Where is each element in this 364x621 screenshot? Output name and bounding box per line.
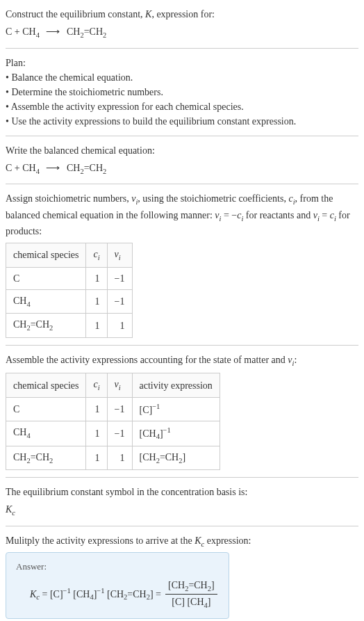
cell-activity: [CH2=CH2] (132, 446, 220, 470)
activity-title: Assemble the activity expressions accoun… (6, 355, 297, 365)
product-ethylene: CH2=CH2 (67, 26, 106, 37)
col-species: chemical species (6, 243, 86, 268)
cell-species: CH2=CH2 (6, 314, 86, 338)
plan-item: Balance the chemical equation. (6, 70, 358, 85)
balanced-equation: C + CH4 ⟶ CH2=CH2 (6, 161, 358, 177)
cell-activity: [C]−1 (132, 397, 220, 421)
kc-expression: Kc = [C]−1 [CH4]−1 [CH2=CH2] = [CH2=CH2]… (16, 578, 219, 611)
stoich-section: Assign stoichiometric numbers, νi, using… (6, 191, 358, 338)
divider (6, 136, 358, 136)
stoich-text: Assign stoichiometric numbers, νi, using… (6, 193, 350, 236)
plan-item: Determine the stoichiometric numbers. (6, 85, 358, 99)
answer-box: Answer: Kc = [C]−1 [CH4]−1 [CH2=CH2] = [… (6, 552, 229, 619)
eq-const-text: The equilibrium constant symbol in the c… (6, 485, 358, 499)
table-row: C 1 −1 (6, 267, 133, 289)
cell-ci: 1 (86, 289, 107, 314)
reactant-c: C (6, 26, 12, 37)
divider (6, 48, 358, 49)
divider (6, 184, 358, 184)
cell-species: CH2=CH2 (6, 446, 86, 470)
cell-nui: 1 (107, 314, 132, 338)
multiply-section: Mulitply the activity expressions to arr… (6, 533, 358, 619)
cell-ci: 1 (86, 397, 107, 421)
reaction-equation: C + CH4 ⟶ CH2=CH2 (6, 24, 358, 41)
col-species: chemical species (6, 373, 86, 398)
cell-ci: 1 (86, 314, 107, 338)
cell-nui: 1 (107, 446, 132, 470)
table-header-row: chemical species ci νi (6, 243, 133, 268)
plan-item: Assemble the activity expression for eac… (6, 99, 358, 114)
cell-species: CH4 (6, 421, 86, 446)
k-symbol: K (145, 9, 151, 19)
cell-nui: −1 (107, 267, 132, 289)
table-row: CH2=CH2 1 1 [CH2=CH2] (6, 446, 220, 470)
col-nui: νi (107, 243, 132, 268)
cell-species: CH4 (6, 289, 86, 314)
col-ci: ci (86, 373, 107, 398)
plan-title: Plan: (6, 56, 358, 70)
divider (6, 526, 358, 526)
cell-species: C (6, 267, 86, 289)
balanced-section: Write the balanced chemical equation: C … (6, 143, 358, 177)
col-activity: activity expression (132, 373, 220, 398)
table-row: C 1 −1 [C]−1 (6, 397, 220, 421)
cell-nui: −1 (107, 289, 132, 314)
activity-table: chemical species ci νi activity expressi… (6, 373, 220, 470)
plan-item: Use the activity expressions to build th… (6, 114, 358, 129)
plus: + (12, 26, 22, 37)
reaction-arrow: ⟶ (46, 26, 60, 37)
table-row: CH4 1 −1 (6, 289, 133, 314)
divider (6, 477, 358, 478)
table-row: CH2=CH2 1 1 (6, 314, 133, 338)
table-row: CH4 1 −1 [CH4]−1 (6, 421, 220, 446)
denominator: [C] [CH4] (165, 595, 217, 611)
stoich-table: chemical species ci νi C 1 −1 CH4 1 −1 C… (6, 243, 133, 338)
cell-ci: 1 (86, 421, 107, 446)
cell-ci: 1 (86, 446, 107, 470)
intro-text-end: , expression for: (151, 9, 215, 19)
cell-ci: 1 (86, 267, 107, 289)
kc-symbol: Kc (6, 502, 358, 519)
fraction: [CH2=CH2] [C] [CH4] (165, 578, 217, 611)
activity-section: Assemble the activity expressions accoun… (6, 353, 358, 471)
eq-const-section: The equilibrium constant symbol in the c… (6, 485, 358, 519)
plan-section: Plan: Balance the chemical equation. Det… (6, 56, 358, 129)
cell-nui: −1 (107, 421, 132, 446)
numerator: [CH2=CH2] (165, 578, 217, 595)
table-header-row: chemical species ci νi activity expressi… (6, 373, 220, 398)
answer-label: Answer: (16, 560, 219, 574)
multiply-text: Mulitply the activity expressions to arr… (6, 535, 251, 546)
divider (6, 345, 358, 346)
balanced-title: Write the balanced chemical equation: (6, 143, 358, 158)
reactant-ch4: CH4 (22, 26, 40, 37)
cell-nui: −1 (107, 397, 132, 421)
plan-list: Balance the chemical equation. Determine… (6, 70, 358, 129)
intro-text: Construct the equilibrium constant, (6, 9, 145, 19)
cell-species: C (6, 397, 86, 421)
col-nui: νi (107, 373, 132, 398)
col-ci: ci (86, 243, 107, 268)
cell-activity: [CH4]−1 (132, 421, 220, 446)
prompt-section: Construct the equilibrium constant, K, e… (6, 7, 358, 41)
